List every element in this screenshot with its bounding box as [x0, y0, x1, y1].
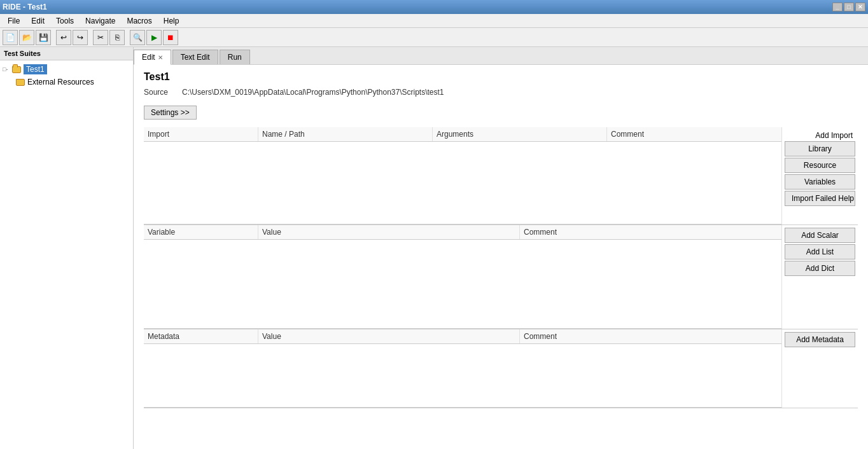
- imports-body: [144, 142, 781, 224]
- add-dict-button[interactable]: Add Dict: [785, 261, 855, 276]
- sidebar-item-external-resources[interactable]: External Resources: [0, 76, 133, 88]
- add-list-button[interactable]: Add List: [785, 244, 855, 259]
- variables-section: Variable Value Comment Add Scalar Add Li…: [144, 225, 858, 329]
- menu-tools[interactable]: Tools: [51, 15, 79, 27]
- redo-button[interactable]: ↪: [73, 30, 88, 45]
- tab-edit-close[interactable]: ✕: [158, 54, 163, 61]
- menu-macros[interactable]: Macros: [122, 15, 157, 27]
- content-area: Edit ✕ Text Edit Run Test1 Source C:\Use…: [134, 47, 868, 449]
- title-bar: RIDE - Test1 _ □ ✕: [0, 0, 868, 14]
- metadata-col-metadata: Metadata: [144, 329, 258, 343]
- metadata-section: Metadata Value Comment Add Metadata: [144, 329, 858, 408]
- imports-col-import: Import: [144, 127, 258, 141]
- menu-edit[interactable]: Edit: [26, 15, 50, 27]
- variables-import-button[interactable]: Variables: [785, 174, 855, 190]
- maximize-button[interactable]: □: [844, 3, 854, 11]
- tab-text-edit-label: Text Edit: [181, 53, 210, 62]
- metadata-buttons: Add Metadata: [781, 329, 858, 408]
- close-button[interactable]: ✕: [855, 3, 865, 11]
- sidebar: Test Suites □- Test1 External Resources: [0, 47, 134, 449]
- tab-text-edit[interactable]: Text Edit: [172, 50, 218, 64]
- resource-button[interactable]: Resource: [785, 158, 855, 173]
- variables-header: Variable Value Comment: [144, 225, 781, 240]
- metadata-header: Metadata Value Comment: [144, 329, 781, 344]
- settings-button[interactable]: Settings >>: [144, 106, 197, 120]
- metadata-main: Metadata Value Comment: [144, 329, 781, 408]
- add-scalar-button[interactable]: Add Scalar: [785, 228, 855, 243]
- new-button[interactable]: 📄: [3, 30, 18, 45]
- sidebar-header: Test Suites: [0, 47, 133, 60]
- save-button[interactable]: 💾: [36, 30, 51, 45]
- folder-icon-external: [15, 77, 25, 87]
- minimize-button[interactable]: _: [832, 3, 843, 11]
- sidebar-item-test1[interactable]: □- Test1: [0, 63, 133, 76]
- sidebar-label-external-resources[interactable]: External Resources: [27, 78, 94, 86]
- import-failed-help-button[interactable]: Import Failed Help: [785, 191, 855, 206]
- imports-main: Import Name / Path Arguments Comment: [144, 127, 781, 224]
- toolbar: 📄 📂 💾 ↩ ↪ ✂ ⎘ 🔍 ▶ ⏹: [0, 28, 868, 47]
- edit-content: Test1 Source C:\Users\DXM_0019\AppData\L…: [134, 65, 868, 449]
- imports-col-arguments: Arguments: [433, 127, 607, 141]
- imports-header: Import Name / Path Arguments Comment: [144, 127, 781, 142]
- open-button[interactable]: 📂: [19, 30, 34, 45]
- menu-bar: File Edit Tools Navigate Macros Help: [0, 14, 868, 28]
- folder-icon-test1: [11, 64, 22, 74]
- sidebar-label-test1[interactable]: Test1: [24, 64, 47, 74]
- suite-title: Test1: [144, 71, 858, 83]
- imports-col-name-path: Name / Path: [258, 127, 433, 141]
- window-controls: _ □ ✕: [832, 3, 865, 11]
- library-button[interactable]: Library: [785, 141, 855, 156]
- menu-help[interactable]: Help: [158, 15, 185, 27]
- metadata-col-comment: Comment: [520, 329, 781, 343]
- search-button[interactable]: 🔍: [130, 30, 145, 45]
- tab-edit-label: Edit: [142, 53, 155, 62]
- source-path: C:\Users\DXM_0019\AppData\Local\Programs…: [182, 88, 444, 97]
- variables-buttons: Add Scalar Add List Add Dict: [781, 225, 858, 329]
- source-label: Source: [144, 88, 182, 97]
- copy-button[interactable]: ⎘: [109, 30, 125, 45]
- imports-buttons: Add Import Library Resource Variables Im…: [781, 127, 858, 224]
- tab-run[interactable]: Run: [220, 50, 250, 64]
- metadata-col-value: Value: [258, 329, 520, 343]
- variables-col-value: Value: [258, 225, 520, 239]
- tab-run-label: Run: [228, 53, 242, 62]
- undo-button[interactable]: ↩: [56, 30, 71, 45]
- cut-button[interactable]: ✂: [93, 30, 108, 45]
- tab-edit[interactable]: Edit ✕: [134, 50, 171, 65]
- variables-body: [144, 240, 781, 329]
- menu-navigate[interactable]: Navigate: [80, 15, 120, 27]
- stop-button[interactable]: ⏹: [163, 30, 178, 45]
- imports-col-comment: Comment: [607, 127, 781, 141]
- sidebar-tree: □- Test1 External Resources: [0, 60, 133, 449]
- tree-expander-test1[interactable]: □-: [3, 66, 11, 73]
- variables-col-comment: Comment: [520, 225, 781, 239]
- source-row: Source C:\Users\DXM_0019\AppData\Local\P…: [144, 88, 858, 97]
- run-button[interactable]: ▶: [146, 30, 162, 45]
- add-import-label: Add Import: [815, 131, 853, 140]
- add-metadata-button[interactable]: Add Metadata: [785, 332, 855, 347]
- tab-bar: Edit ✕ Text Edit Run: [134, 47, 868, 65]
- window-title: RIDE - Test1: [3, 3, 47, 11]
- metadata-body: [144, 344, 781, 408]
- variables-col-variable: Variable: [144, 225, 258, 239]
- menu-file[interactable]: File: [3, 15, 25, 27]
- variables-main: Variable Value Comment: [144, 225, 781, 329]
- main-layout: Test Suites □- Test1 External Resources: [0, 47, 868, 449]
- imports-section: Import Name / Path Arguments Comment Add…: [144, 127, 858, 225]
